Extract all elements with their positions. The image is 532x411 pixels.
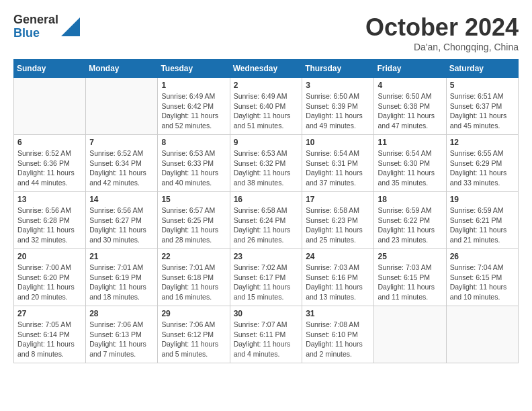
day-number: 2 [234,81,299,90]
day-info: Sunrise: 6:59 AMSunset: 6:21 PMDaylight:… [450,205,515,245]
day-info: Sunrise: 7:00 AMSunset: 6:20 PMDaylight:… [17,263,82,302]
day-number: 9 [234,138,299,147]
calendar-cell: 29Sunrise: 7:06 AMSunset: 6:12 PMDayligh… [158,306,230,363]
day-number: 6 [17,138,82,147]
day-info: Sunrise: 6:52 AMSunset: 6:34 PMDaylight:… [89,148,154,188]
logo-blue: Blue [13,27,58,40]
location: Da'an, Chongqing, China [365,42,519,52]
day-header-wednesday: Wednesday [230,60,302,78]
calendar-cell: 8Sunrise: 6:53 AMSunset: 6:33 PMDaylight… [158,135,230,192]
calendar-cell: 22Sunrise: 7:01 AMSunset: 6:18 PMDayligh… [158,249,230,306]
day-header-thursday: Thursday [302,60,374,78]
day-number: 12 [450,138,515,147]
day-info: Sunrise: 6:53 AMSunset: 6:33 PMDaylight:… [161,148,226,188]
day-header-saturday: Saturday [446,60,518,78]
day-number: 25 [378,252,442,261]
calendar-cell: 25Sunrise: 7:03 AMSunset: 6:15 PMDayligh… [374,249,446,306]
month-title: October 2024 [365,13,519,42]
day-info: Sunrise: 6:55 AMSunset: 6:29 PMDaylight:… [450,148,515,188]
day-info: Sunrise: 7:05 AMSunset: 6:14 PMDaylight:… [17,320,82,359]
week-row-4: 20Sunrise: 7:00 AMSunset: 6:20 PMDayligh… [14,249,519,306]
day-info: Sunrise: 6:50 AMSunset: 6:38 PMDaylight:… [378,91,442,131]
day-number: 3 [306,81,370,90]
day-info: Sunrise: 6:54 AMSunset: 6:30 PMDaylight:… [378,148,442,188]
logo: General Blue [13,13,80,40]
day-info: Sunrise: 6:52 AMSunset: 6:36 PMDaylight:… [17,148,82,188]
week-row-3: 13Sunrise: 6:56 AMSunset: 6:28 PMDayligh… [14,192,519,249]
day-number: 22 [161,252,226,261]
day-info: Sunrise: 6:56 AMSunset: 6:27 PMDaylight:… [89,205,154,245]
calendar-cell: 4Sunrise: 6:50 AMSunset: 6:38 PMDaylight… [374,78,446,135]
week-row-5: 27Sunrise: 7:05 AMSunset: 6:14 PMDayligh… [14,306,519,363]
day-info: Sunrise: 7:04 AMSunset: 6:15 PMDaylight:… [450,263,515,302]
day-info: Sunrise: 6:54 AMSunset: 6:31 PMDaylight:… [306,148,370,188]
calendar-cell [86,78,158,135]
day-info: Sunrise: 6:49 AMSunset: 6:40 PMDaylight:… [234,91,299,131]
day-info: Sunrise: 7:03 AMSunset: 6:16 PMDaylight:… [306,263,370,302]
day-number: 1 [161,81,226,90]
day-number: 5 [450,81,515,90]
calendar-cell: 1Sunrise: 6:49 AMSunset: 6:42 PMDaylight… [158,78,230,135]
day-number: 14 [89,195,154,204]
title-area: October 2024 Da'an, Chongqing, China [365,13,519,52]
page-header: General Blue October 2024 Da'an, Chongqi… [13,13,519,52]
day-info: Sunrise: 6:53 AMSunset: 6:32 PMDaylight:… [234,148,299,188]
day-info: Sunrise: 7:08 AMSunset: 6:10 PMDaylight:… [306,320,370,359]
calendar-cell: 18Sunrise: 6:59 AMSunset: 6:22 PMDayligh… [374,192,446,249]
calendar-cell: 5Sunrise: 6:51 AMSunset: 6:37 PMDaylight… [446,78,518,135]
day-info: Sunrise: 7:07 AMSunset: 6:11 PMDaylight:… [234,320,299,359]
calendar-cell: 26Sunrise: 7:04 AMSunset: 6:15 PMDayligh… [446,249,518,306]
calendar-table: SundayMondayTuesdayWednesdayThursdayFrid… [13,59,519,363]
calendar-cell: 6Sunrise: 6:52 AMSunset: 6:36 PMDaylight… [14,135,86,192]
day-number: 21 [89,252,154,261]
day-info: Sunrise: 6:51 AMSunset: 6:37 PMDaylight:… [450,91,515,131]
day-info: Sunrise: 7:06 AMSunset: 6:12 PMDaylight:… [161,320,226,359]
day-info: Sunrise: 7:02 AMSunset: 6:17 PMDaylight:… [234,263,299,302]
day-number: 16 [234,195,299,204]
day-number: 19 [450,195,515,204]
day-info: Sunrise: 6:57 AMSunset: 6:25 PMDaylight:… [161,205,226,245]
day-header-friday: Friday [374,60,446,78]
day-info: Sunrise: 6:58 AMSunset: 6:23 PMDaylight:… [306,205,370,245]
day-header-sunday: Sunday [14,60,86,78]
day-number: 29 [161,309,226,318]
day-number: 4 [378,81,442,90]
week-row-1: 1Sunrise: 6:49 AMSunset: 6:42 PMDaylight… [14,78,519,135]
day-info: Sunrise: 7:01 AMSunset: 6:18 PMDaylight:… [161,263,226,302]
logo-icon [61,17,80,36]
day-number: 26 [450,252,515,261]
day-number: 7 [89,138,154,147]
day-info: Sunrise: 6:50 AMSunset: 6:39 PMDaylight:… [306,91,370,131]
day-info: Sunrise: 6:58 AMSunset: 6:24 PMDaylight:… [234,205,299,245]
calendar-cell: 21Sunrise: 7:01 AMSunset: 6:19 PMDayligh… [86,249,158,306]
calendar-cell: 23Sunrise: 7:02 AMSunset: 6:17 PMDayligh… [230,249,302,306]
day-number: 20 [17,252,82,261]
day-number: 24 [306,252,370,261]
calendar-cell: 27Sunrise: 7:05 AMSunset: 6:14 PMDayligh… [14,306,86,363]
day-number: 10 [306,138,370,147]
calendar-cell: 15Sunrise: 6:57 AMSunset: 6:25 PMDayligh… [158,192,230,249]
calendar-cell: 19Sunrise: 6:59 AMSunset: 6:21 PMDayligh… [446,192,518,249]
day-number: 17 [306,195,370,204]
week-row-2: 6Sunrise: 6:52 AMSunset: 6:36 PMDaylight… [14,135,519,192]
calendar-cell: 14Sunrise: 6:56 AMSunset: 6:27 PMDayligh… [86,192,158,249]
day-info: Sunrise: 7:03 AMSunset: 6:15 PMDaylight:… [378,263,442,302]
calendar-cell: 24Sunrise: 7:03 AMSunset: 6:16 PMDayligh… [302,249,374,306]
day-number: 13 [17,195,82,204]
day-headers-row: SundayMondayTuesdayWednesdayThursdayFrid… [14,60,519,78]
day-number: 30 [234,309,299,318]
calendar-cell: 9Sunrise: 6:53 AMSunset: 6:32 PMDaylight… [230,135,302,192]
calendar-cell: 12Sunrise: 6:55 AMSunset: 6:29 PMDayligh… [446,135,518,192]
day-number: 31 [306,309,370,318]
calendar-cell: 3Sunrise: 6:50 AMSunset: 6:39 PMDaylight… [302,78,374,135]
calendar-cell: 17Sunrise: 6:58 AMSunset: 6:23 PMDayligh… [302,192,374,249]
day-number: 23 [234,252,299,261]
calendar-cell: 16Sunrise: 6:58 AMSunset: 6:24 PMDayligh… [230,192,302,249]
day-info: Sunrise: 6:49 AMSunset: 6:42 PMDaylight:… [161,91,226,131]
day-info: Sunrise: 7:06 AMSunset: 6:13 PMDaylight:… [89,320,154,359]
day-header-monday: Monday [86,60,158,78]
day-number: 15 [161,195,226,204]
day-header-tuesday: Tuesday [158,60,230,78]
day-number: 27 [17,309,82,318]
calendar-cell: 13Sunrise: 6:56 AMSunset: 6:28 PMDayligh… [14,192,86,249]
